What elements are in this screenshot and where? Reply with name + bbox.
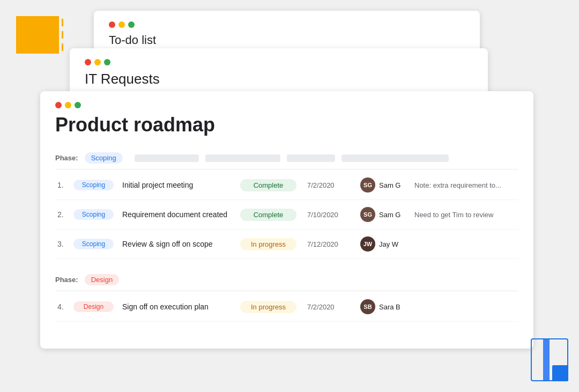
orange-line-2 (62, 31, 63, 39)
product-roadmap-card: Product roadmap Phase: Scoping 1. Scopin… (40, 91, 533, 349)
task-phase-scoping-2[interactable]: Scoping (73, 209, 114, 220)
orange-line-3 (62, 43, 63, 51)
scoping-phase-badge[interactable]: Scoping (85, 152, 123, 164)
dot-red-product (55, 102, 62, 108)
assignee-name-3: Jay W (379, 240, 398, 248)
dot-yellow-product (65, 102, 71, 108)
scoping-section: Phase: Scoping 1. Scoping Initial projec… (55, 147, 518, 259)
task-date-4: 7/2/2020 (307, 303, 353, 311)
product-card-dots (55, 102, 518, 108)
task-status-3: In progress (240, 238, 296, 250)
placeholder-bar-2 (205, 154, 280, 162)
placeholder-bar-1 (135, 154, 199, 162)
task-num-1: 1. (57, 181, 73, 189)
task-assignee-1: SG Sam G (360, 177, 406, 193)
scoping-phase-label: Phase: (55, 154, 78, 162)
task-phase-design-4[interactable]: Design (73, 301, 114, 312)
scene: To-do list IT Requests Product roadmap P… (0, 0, 579, 392)
dot-red-it (85, 59, 91, 65)
orange-decoration-block (16, 16, 59, 54)
task-num-2: 2. (57, 210, 73, 219)
task-status-4: In progress (240, 301, 296, 313)
task-name-2: Requirement document created (122, 210, 229, 219)
task-name-3: Review & sign off on scope (122, 240, 229, 248)
task-row-1: 1. Scoping Initial project meeting Compl… (55, 171, 518, 200)
todo-card-dots (109, 21, 465, 28)
task-assignee-2: SG Sam G (360, 207, 406, 222)
assignee-name-4: Sara B (379, 303, 400, 311)
design-phase-header: Phase: Design (55, 269, 518, 291)
task-row-4: 4. Design Sign off on execution plan In … (55, 292, 518, 322)
task-note-2: Need to get Tim to review (414, 211, 516, 219)
task-num-3: 3. (57, 240, 73, 248)
it-card-title: IT Requests (85, 71, 473, 87)
avatar-sam-2: SG (360, 207, 375, 222)
dot-yellow-it (94, 59, 101, 65)
task-date-2: 7/10/2020 (307, 211, 353, 219)
task-status-1: Complete (240, 179, 296, 191)
placeholder-bar-3 (287, 154, 335, 162)
design-section: Phase: Design 4. Design Sign off on exec… (55, 269, 518, 322)
scoping-phase-header: Phase: Scoping (55, 147, 518, 169)
assignee-name-2: Sam G (379, 211, 400, 219)
it-card-dots (85, 59, 473, 65)
task-row-2: 2. Scoping Requirement document created … (55, 200, 518, 230)
task-phase-scoping-1[interactable]: Scoping (73, 180, 114, 190)
task-assignee-4: SB Sara B (360, 299, 406, 314)
dot-green-it (104, 59, 110, 65)
dot-red (109, 21, 115, 28)
task-num-4: 4. (57, 302, 73, 311)
design-phase-label: Phase: (55, 276, 78, 284)
task-row-3: 3. Scoping Review & sign off on scope In… (55, 230, 518, 259)
task-name-1: Initial project meeting (122, 181, 229, 189)
blue-box-fill-decoration (552, 365, 568, 381)
assignee-name-1: Sam G (379, 181, 400, 189)
task-status-2: Complete (240, 209, 296, 221)
todo-card-title: To-do list (109, 33, 465, 47)
dot-green-product (75, 102, 81, 108)
design-phase-badge[interactable]: Design (85, 274, 119, 285)
avatar-jay-3: JW (360, 236, 375, 252)
task-date-1: 7/2/2020 (307, 181, 353, 189)
avatar-sam-1: SG (360, 177, 375, 193)
task-assignee-3: JW Jay W (360, 236, 406, 252)
task-date-3: 7/12/2020 (307, 240, 353, 248)
phase-header-placeholders (135, 154, 449, 162)
dot-yellow (118, 21, 125, 28)
task-note-1: Note: extra requirement to... (414, 181, 516, 189)
placeholder-bar-4 (342, 154, 449, 162)
avatar-sara-4: SB (360, 299, 375, 314)
orange-line-1 (62, 19, 63, 26)
task-phase-scoping-3[interactable]: Scoping (73, 239, 114, 249)
product-card-title: Product roadmap (55, 114, 518, 136)
dot-green (128, 21, 135, 28)
task-name-4: Sign off on execution plan (122, 302, 229, 311)
